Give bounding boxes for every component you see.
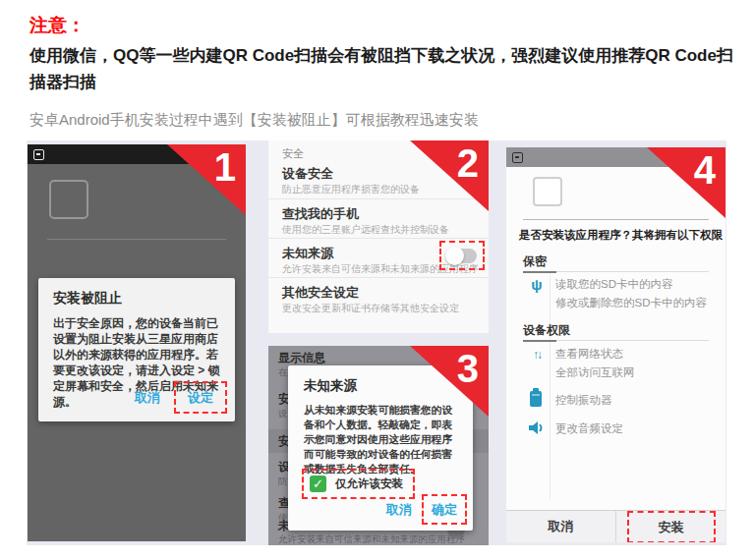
setting-subtitle: 防止恶意应用程序损害您的设备 <box>282 183 420 196</box>
permission-text: 控制振动器 <box>555 393 612 408</box>
section-divider <box>523 271 709 272</box>
divider <box>268 277 489 278</box>
permission-text: 读取您的SD卡中的内容 <box>555 277 672 292</box>
cancel-button[interactable]: 取消 <box>549 518 574 535</box>
divider <box>47 239 226 240</box>
section-privacy: 保密 <box>523 253 547 270</box>
step-number: 1 <box>214 144 236 190</box>
bg-row-title: 显示信息 <box>278 350 325 366</box>
permission-text: 查看网络状态 <box>555 347 623 362</box>
bg-row-sub: 防 <box>278 476 288 488</box>
checkbox-label: 仅允许该安装 <box>335 476 403 491</box>
cancel-button[interactable]: 取消 <box>135 389 160 407</box>
install-question: 是否安装该应用程序？其将拥有以下权限： <box>519 228 721 243</box>
setting-unknown-sources[interactable]: 未知来源 <box>282 245 333 262</box>
app-icon-placeholder <box>49 180 88 219</box>
highlight-box: 确定 <box>422 494 467 525</box>
permission-text: 更改音频设定 <box>555 421 623 436</box>
step-number: 4 <box>694 147 716 193</box>
notice-label: 注意： <box>29 13 86 38</box>
dialog-title: 安装被阻止 <box>53 290 122 308</box>
settings-button[interactable]: 设定 <box>188 389 213 407</box>
screenshot-step2: 安全 设备安全 防止恶意应用程序损害您的设备 查找我的手机 使用您的三星账户远程… <box>268 140 489 333</box>
screen-icon <box>512 152 523 163</box>
setting-find-my-phone[interactable]: 查找我的手机 <box>282 205 359 223</box>
step-number: 3 <box>457 346 479 391</box>
screenshot-step1: 1 4G 7:4 安装被阻止 出于安全原因，您的设备当前已设置为阻止安装从三星应… <box>28 144 246 541</box>
vibration-icon <box>530 391 542 407</box>
screenshot-step4: 1 4G 7:4 是否安装该应用程序？其将拥有以下权限： 保密 ψ 读取您的SD… <box>506 147 725 542</box>
screen-icon <box>33 149 44 160</box>
setting-other-security[interactable]: 其他安全设定 <box>282 284 359 302</box>
notice-body: 使用微信，QQ等一些内建QR Code扫描会有被阻挡下载之状况，强烈建议使用推荐… <box>29 42 733 95</box>
highlight-box: 设定 <box>174 381 227 414</box>
divider <box>268 238 489 239</box>
app-icon-placeholder <box>533 177 562 206</box>
audio-icon <box>526 420 548 439</box>
highlight-box: 安装 <box>627 511 716 543</box>
ok-button[interactable]: 确定 <box>432 501 457 519</box>
dialog-button-bar: 取消 安装 <box>506 510 725 542</box>
divider <box>550 273 551 499</box>
bg-row-sub: 在 <box>278 366 288 379</box>
cancel-button[interactable]: 取消 <box>386 501 412 519</box>
divider <box>523 219 709 220</box>
tutorial-page: 注意： 使用微信，QQ等一些内建QR Code扫描会有被阻挡下载之状况，强烈建议… <box>0 0 754 560</box>
setting-device-security[interactable]: 设备安全 <box>282 165 333 183</box>
usb-icon: ψ <box>526 277 548 293</box>
network-arrows-icon: ↑↓ <box>526 348 548 362</box>
dialog-title: 未知来源 <box>304 377 357 395</box>
install-button[interactable]: 安装 <box>659 519 684 536</box>
highlight-box <box>439 241 485 270</box>
screenshot-step3: 显示信息 在 安 设 安 设 防 查 使 未 允许安装来自可信来源和未知来源的应… <box>268 346 489 545</box>
notice-subtitle: 安卓Android手机安装过程中遇到【安装被阻止】可根据教程迅速安装 <box>29 111 733 130</box>
settings-header: 安全 <box>282 146 304 161</box>
install-blocked-dialog: 安装被阻止 出于安全原因，您的设备当前已设置为阻止安装从三星应用商店以外的来源获… <box>38 278 235 421</box>
bg-row-sub: 允许安装来自可信来源和未知来源的应用程序 <box>278 533 465 545</box>
bg-row-sub: 设 <box>278 408 288 420</box>
allow-once-checkbox[interactable]: ✓ <box>310 476 326 492</box>
step-number: 2 <box>457 140 479 186</box>
permission-text: 修改或删除您的SD卡中的内容 <box>555 296 707 310</box>
section-device-perms: 设备权限 <box>523 322 570 339</box>
section-divider <box>523 340 709 341</box>
setting-subtitle: 更改安全更新和证书存储等其他安全设定 <box>282 302 459 315</box>
setting-subtitle: 使用您的三星账户远程查找并控制设备 <box>282 223 449 237</box>
permission-text: 全部访问互联网 <box>555 365 635 380</box>
screenshot-collage: 1 4G 7:4 安装被阻止 出于安全原因，您的设备当前已设置为阻止安装从三星应… <box>27 140 726 545</box>
